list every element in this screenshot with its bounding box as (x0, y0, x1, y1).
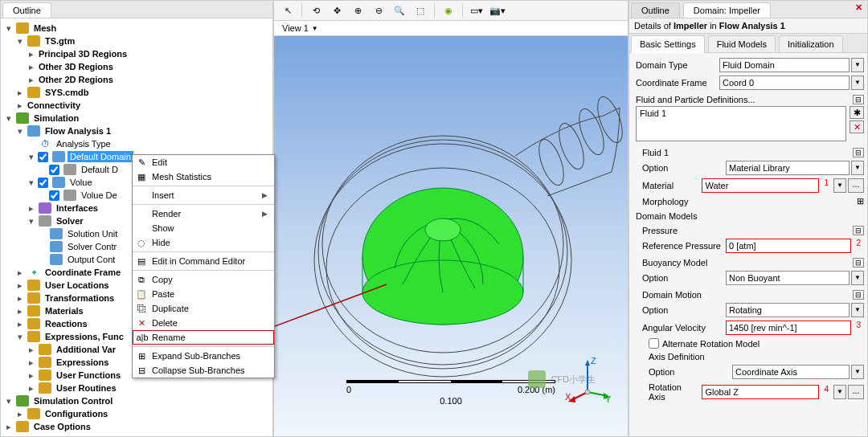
svg-point-7 (554, 120, 588, 173)
ctx-insert[interactable]: Insert▶ (133, 188, 274, 202)
coord-frame-select[interactable] (719, 76, 850, 90)
camera-icon[interactable]: 📷▾ (489, 2, 506, 18)
3d-viewport[interactable]: 00.200 (m) 0.100 Z Y X CFD小学生 (274, 36, 628, 436)
collapse-icon[interactable]: ⊟ (853, 148, 864, 157)
ctx-dup[interactable]: ⿻Duplicate (133, 301, 274, 316)
paste-icon: 📋 (136, 288, 147, 300)
chevron-down-icon[interactable]: ▼ (851, 161, 864, 175)
label-option: Option (642, 163, 723, 173)
tab-outline[interactable]: Outline (2, 2, 51, 18)
ctx-rename[interactable]: a|bRename (133, 330, 274, 345)
section-fluid1[interactable]: Fluid 1⊟ (636, 145, 864, 159)
annotation-4: 4 (821, 385, 832, 399)
collapse-icon[interactable]: ⊟ (853, 290, 864, 300)
view-options-icon[interactable]: ▭▾ (468, 2, 485, 18)
properties-area[interactable]: Domain Type ▼ Coordinate Frame ▼ Fluid a… (629, 53, 867, 436)
ctx-copy[interactable]: ⧉Copy (133, 272, 274, 287)
ctx-expand[interactable]: ⊞Expand Sub-Branches (133, 349, 274, 363)
buoy-option-select[interactable] (726, 271, 850, 285)
label-ang-vel: Angular Velocity (642, 323, 723, 333)
tree-o2d[interactable]: ▸Other 2D Regions (4, 73, 269, 86)
rotation-axis-select[interactable] (702, 385, 819, 399)
ctx-hide[interactable]: ◌Hide (133, 235, 274, 250)
zoom-in-icon[interactable]: ⊕ (349, 2, 366, 18)
axis-triad: Z Y X (563, 356, 612, 404)
tree-flow[interactable]: ▾Flow Analysis 1 (4, 125, 269, 137)
chevron-down-icon[interactable]: ▼ (851, 365, 864, 379)
ctx-edit[interactable]: ✎Edit (133, 155, 274, 169)
domain-visibility-checkbox[interactable] (38, 152, 48, 162)
pan-tool-icon[interactable]: ✥ (328, 2, 346, 18)
label-rot-axis: Rotation Axis (649, 382, 698, 402)
add-fluid-button[interactable]: ✱ (850, 106, 864, 119)
tree-p3d[interactable]: ▸Principal 3D Regions (4, 47, 269, 60)
collapse-icon[interactable]: ⊟ (853, 258, 864, 268)
more-button[interactable]: ... (848, 178, 864, 193)
expand-icon[interactable]: ⊞ (857, 196, 864, 206)
label-ref-pressure: Reference Pressure (642, 241, 723, 251)
tree-tsgtm[interactable]: ▾TS.gtm (4, 35, 269, 47)
highlight-icon[interactable]: ◉ (440, 2, 457, 18)
zoom-out-icon[interactable]: ⊖ (370, 2, 387, 18)
svg-point-6 (574, 106, 608, 158)
annotation-3: 3 (853, 321, 864, 335)
chevron-down-icon[interactable]: ▼ (833, 385, 846, 399)
ctx-collapse[interactable]: ⊟Collapse Sub-Branches (133, 363, 274, 378)
chevron-down-icon[interactable]: ▼ (851, 303, 864, 317)
subtab-basic[interactable]: Basic Settings (631, 35, 705, 53)
chevron-down-icon[interactable]: ▼ (851, 76, 864, 90)
section-domain-motion[interactable]: Domain Motion⊟ (636, 287, 864, 301)
chevron-down-icon[interactable]: ▼ (851, 271, 864, 285)
domain-type-select[interactable] (719, 58, 850, 72)
tree-o3d[interactable]: ▸Other 3D Regions (4, 60, 269, 73)
tab-outline-r[interactable]: Outline (631, 2, 680, 18)
cmd-icon: ▤ (136, 255, 147, 267)
ctx-paste[interactable]: 📋Paste (133, 287, 274, 301)
close-icon[interactable]: ✕ (850, 1, 867, 18)
tree-atype[interactable]: ⏱Analysis Type (4, 137, 269, 150)
alt-rotation-checkbox[interactable] (649, 338, 659, 349)
tree-urout[interactable]: ▸User Routines (4, 382, 269, 394)
collapse-icon[interactable]: ⊟ (853, 95, 864, 104)
subtab-init[interactable]: Initialization (779, 35, 842, 53)
chevron-down-icon[interactable]: ▼ (833, 178, 846, 193)
remove-fluid-button[interactable]: ✕ (850, 120, 864, 133)
ctx-del[interactable]: ✕Delete (133, 316, 274, 330)
select-tool-icon[interactable]: ↖ (279, 2, 297, 18)
duplicate-icon: ⿻ (136, 303, 147, 314)
label-material: Material (642, 181, 698, 190)
tree-simctrl[interactable]: ▾Simulation Control (4, 394, 269, 407)
more-button[interactable]: ... (848, 385, 864, 399)
tab-domain-impeller[interactable]: Domain: Impeller (683, 2, 771, 18)
material-select[interactable] (702, 178, 819, 193)
view-tab[interactable]: View 1▼ (274, 21, 628, 36)
tree-sim[interactable]: ▾Simulation (4, 112, 269, 125)
tree-conn[interactable]: ▸Connectivity (4, 99, 269, 112)
chevron-right-icon: ▶ (262, 191, 268, 199)
angular-velocity-input[interactable] (726, 321, 851, 335)
tree-caseopt[interactable]: ▸Case Options (4, 420, 269, 433)
rotate-tool-icon[interactable]: ⟲ (307, 2, 325, 18)
tree-config[interactable]: ▸Configurations (4, 407, 269, 420)
fluid-option-select[interactable] (726, 161, 850, 175)
label-domain-type: Domain Type (636, 60, 716, 70)
section-fluid-defs[interactable]: Fluid and Particle Definitions...⊟ (636, 92, 864, 106)
section-buoy[interactable]: Buoyancy Model⊟ (636, 255, 864, 269)
ctx-render[interactable]: Render▶ (133, 206, 274, 221)
tree-syscmdb[interactable]: ▸SYS.cmdb (4, 86, 269, 99)
collapse-icon[interactable]: ⊟ (853, 226, 864, 235)
tree-mesh[interactable]: ▾Mesh (4, 22, 269, 35)
section-pressure[interactable]: Pressure⊟ (636, 223, 864, 237)
ref-pressure-input[interactable] (726, 239, 851, 253)
ctx-show[interactable]: Show (133, 221, 274, 235)
zoom-box-icon[interactable]: 🔍 (391, 2, 408, 18)
svg-text:Z: Z (591, 356, 596, 366)
subtab-fluid[interactable]: Fluid Models (708, 35, 776, 53)
fluid-list[interactable]: Fluid 1 (636, 106, 846, 141)
chevron-down-icon[interactable]: ▼ (851, 58, 864, 72)
ctx-edit-cmd[interactable]: ▤Edit in Command Editor (133, 254, 274, 268)
ctx-mesh-stats[interactable]: ▦Mesh Statistics (133, 169, 274, 184)
motion-option-select[interactable] (726, 303, 850, 317)
axis-option-select[interactable] (732, 365, 850, 379)
fit-view-icon[interactable]: ⬚ (411, 2, 429, 18)
